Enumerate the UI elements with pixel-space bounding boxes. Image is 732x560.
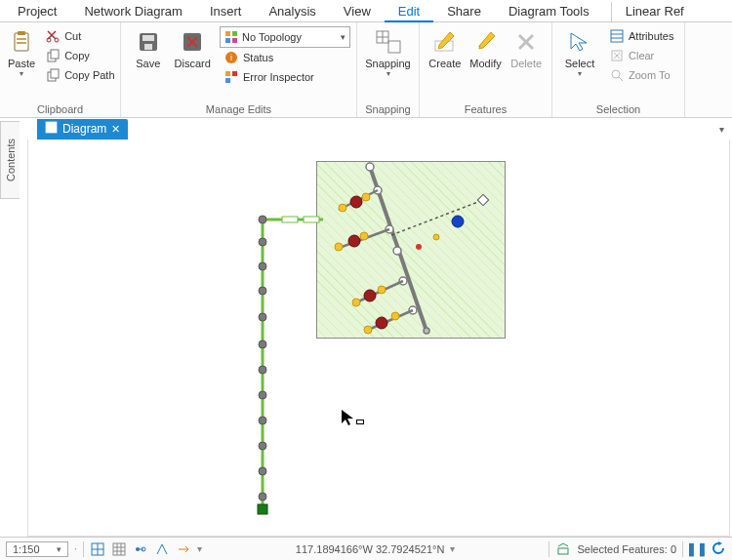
corrections-icon[interactable] (176, 541, 191, 557)
group-manage-edits: Save Discard No Topology ▾ i Status Er (121, 22, 357, 117)
svg-point-32 (612, 70, 620, 78)
svg-rect-3 (17, 42, 26, 44)
grid-icon[interactable] (90, 541, 105, 557)
svg-point-51 (259, 442, 266, 450)
svg-point-44 (259, 262, 266, 270)
svg-point-48 (259, 366, 266, 374)
group-snapping: Snapping ▾ Snapping (357, 22, 420, 117)
svg-point-52 (259, 467, 266, 475)
svg-rect-87 (113, 543, 125, 555)
modify-icon (472, 28, 500, 56)
copy-path-button[interactable]: Copy Path (41, 65, 118, 85)
discard-button[interactable]: Discard (172, 26, 215, 69)
contents-panel-tab[interactable]: Contents (0, 121, 20, 199)
svg-point-50 (259, 417, 266, 424)
modify-button[interactable]: Modify (467, 26, 506, 69)
document-tabs: Diagram ✕ ▾ (0, 118, 732, 140)
svg-point-75 (352, 299, 360, 306)
svg-point-72 (362, 193, 370, 201)
svg-rect-7 (51, 50, 59, 59)
topology-select[interactable]: No Topology ▾ (220, 26, 350, 48)
network-diagram (28, 140, 730, 537)
close-icon[interactable]: ✕ (111, 123, 120, 136)
selection-icon[interactable] (555, 541, 571, 557)
svg-point-69 (364, 290, 376, 301)
tab-view[interactable]: View (330, 2, 385, 21)
paste-button[interactable]: Paste ▾ (6, 26, 37, 78)
clear-button[interactable]: Clear (605, 46, 677, 65)
tab-project[interactable]: Project (4, 2, 70, 21)
zoom-to-button[interactable]: Zoom To (605, 65, 677, 85)
cut-button[interactable]: Cut (41, 26, 118, 46)
snapping-button[interactable]: Snapping ▾ (363, 26, 413, 78)
chevron-down-icon: ▾ (341, 32, 346, 42)
menu-tabs: Project Network Diagram Insert Analysis … (0, 0, 732, 22)
create-button[interactable]: Create (426, 26, 465, 69)
error-inspector-button[interactable]: Error Inspector (220, 67, 350, 87)
svg-rect-40 (304, 217, 319, 222)
svg-rect-9 (51, 69, 59, 78)
svg-point-59 (393, 247, 401, 255)
svg-rect-39 (282, 217, 298, 222)
snapping-icon (375, 28, 402, 56)
svg-point-80 (416, 244, 422, 250)
svg-rect-1 (18, 31, 25, 35)
save-edits-button[interactable]: Save (127, 26, 170, 69)
doc-menu-icon[interactable]: ▾ (719, 124, 724, 135)
tab-share[interactable]: Share (433, 2, 495, 21)
svg-point-67 (350, 196, 362, 208)
svg-point-70 (376, 317, 387, 329)
constraints-icon[interactable] (154, 541, 170, 557)
tab-linear-ref[interactable]: Linear Ref (611, 2, 698, 21)
doc-tab-diagram[interactable]: Diagram ✕ (37, 119, 128, 140)
scale-input[interactable]: 1:150 ▾ (6, 541, 68, 557)
pause-draw-icon[interactable]: ❚❚ (689, 541, 705, 557)
svg-point-47 (259, 340, 266, 348)
group-title-snapping: Snapping (363, 101, 413, 115)
tab-analysis[interactable]: Analysis (255, 2, 329, 21)
status-button[interactable]: i Status (220, 48, 350, 67)
tab-edit[interactable]: Edit (385, 2, 433, 22)
copy-path-icon (45, 67, 61, 83)
svg-line-79 (391, 200, 483, 235)
svg-point-53 (259, 493, 266, 500)
delete-button[interactable]: Delete (507, 26, 546, 69)
tab-insert[interactable]: Insert (196, 2, 256, 21)
chevron-down-icon: ▾ (578, 69, 582, 78)
error-icon (224, 69, 239, 85)
svg-rect-14 (225, 31, 230, 36)
svg-rect-17 (232, 38, 237, 43)
group-title-manage-edits: Manage Edits (127, 101, 350, 115)
svg-rect-21 (232, 71, 237, 76)
tab-diagram-tools[interactable]: Diagram Tools (495, 2, 603, 21)
svg-rect-28 (611, 30, 623, 42)
status-bar: 1:150 ▾ · ▾ 117.1894166°W 32.7924521°N ▾… (0, 537, 732, 560)
svg-point-78 (391, 312, 399, 320)
delete-icon (512, 28, 540, 56)
map-canvas[interactable] (27, 140, 730, 537)
select-button[interactable]: Select ▾ (558, 26, 601, 78)
group-title-clipboard: Clipboard (6, 101, 114, 115)
group-features: Create Modify Delete Features (420, 22, 552, 117)
tab-network-diagram[interactable]: Network Diagram (70, 2, 195, 21)
create-icon (431, 28, 459, 56)
svg-point-76 (378, 286, 386, 294)
snap-grid-icon[interactable] (111, 541, 127, 557)
svg-point-43 (259, 238, 266, 246)
group-clipboard: Paste ▾ Cut Copy Copy Path Clipboard (0, 22, 121, 117)
svg-point-71 (339, 204, 346, 212)
svg-point-81 (433, 234, 439, 240)
svg-rect-12 (144, 44, 152, 50)
attributes-button[interactable]: Attributes (605, 26, 677, 46)
coordinates-text: 117.1894166°W 32.7924521°N (296, 543, 445, 555)
svg-point-74 (360, 232, 368, 240)
clear-icon (609, 48, 625, 63)
copy-button[interactable]: Copy (41, 46, 118, 65)
svg-point-82 (452, 216, 464, 227)
svg-rect-20 (225, 71, 230, 76)
svg-point-49 (259, 391, 266, 399)
group-selection: Select ▾ Attributes Clear Zoom To Select… (552, 22, 685, 117)
refresh-icon[interactable] (711, 541, 726, 557)
snap-toggle-icon[interactable] (133, 541, 148, 557)
svg-point-5 (55, 38, 59, 42)
